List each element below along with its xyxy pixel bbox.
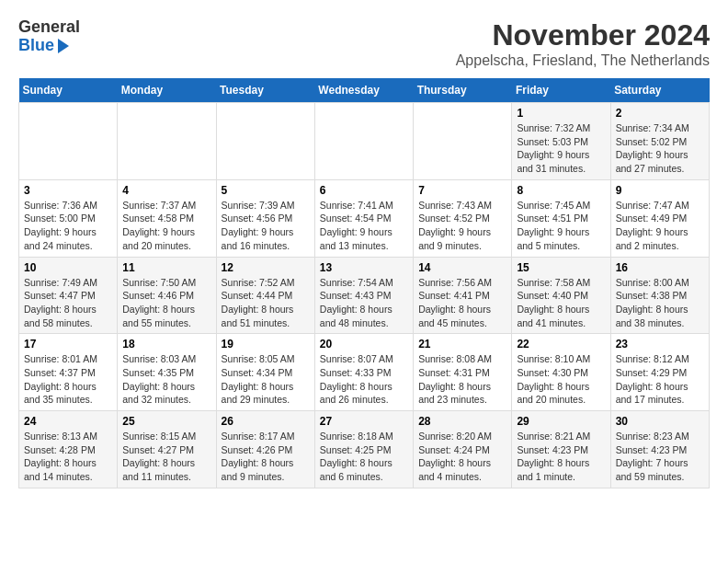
calendar-cell: 15Sunrise: 7:58 AM Sunset: 4:40 PM Dayli… xyxy=(512,257,610,334)
day-info: Sunrise: 7:50 AM Sunset: 4:46 PM Dayligh… xyxy=(122,276,210,330)
calendar-cell: 14Sunrise: 7:56 AM Sunset: 4:41 PM Dayli… xyxy=(414,257,512,334)
day-info: Sunrise: 8:17 AM Sunset: 4:26 PM Dayligh… xyxy=(222,430,310,484)
calendar-header: SundayMondayTuesdayWednesdayThursdayFrid… xyxy=(19,78,710,103)
weekday-header-monday: Monday xyxy=(118,78,216,103)
calendar-week-5: 24Sunrise: 8:13 AM Sunset: 4:28 PM Dayli… xyxy=(19,411,710,488)
calendar-cell: 17Sunrise: 8:01 AM Sunset: 4:37 PM Dayli… xyxy=(19,334,118,411)
calendar-week-3: 10Sunrise: 7:49 AM Sunset: 4:47 PM Dayli… xyxy=(19,257,710,334)
calendar-cell xyxy=(19,103,118,180)
day-number: 17 xyxy=(24,338,112,350)
day-info: Sunrise: 8:01 AM Sunset: 4:37 PM Dayligh… xyxy=(24,352,112,407)
calendar-cell: 11Sunrise: 7:50 AM Sunset: 4:46 PM Dayli… xyxy=(118,257,216,334)
calendar-table: SundayMondayTuesdayWednesdayThursdayFrid… xyxy=(18,78,710,488)
calendar-week-4: 17Sunrise: 8:01 AM Sunset: 4:37 PM Dayli… xyxy=(19,334,710,411)
calendar-cell: 28Sunrise: 8:20 AM Sunset: 4:24 PM Dayli… xyxy=(414,411,512,488)
calendar-cell: 27Sunrise: 8:18 AM Sunset: 4:25 PM Dayli… xyxy=(314,411,413,488)
day-info: Sunrise: 7:39 AM Sunset: 4:56 PM Dayligh… xyxy=(222,199,310,253)
location-text: Appelscha, Friesland, The Netherlands xyxy=(456,52,710,69)
day-number: 5 xyxy=(222,184,310,197)
day-number: 26 xyxy=(222,415,310,428)
day-number: 28 xyxy=(418,415,506,428)
day-info: Sunrise: 7:43 AM Sunset: 4:52 PM Dayligh… xyxy=(418,199,506,253)
day-number: 22 xyxy=(517,338,605,350)
calendar-week-2: 3Sunrise: 7:36 AM Sunset: 5:00 PM Daylig… xyxy=(19,179,710,257)
calendar-cell: 7Sunrise: 7:43 AM Sunset: 4:52 PM Daylig… xyxy=(414,179,512,257)
day-info: Sunrise: 8:05 AM Sunset: 4:34 PM Dayligh… xyxy=(222,352,310,407)
calendar-cell: 25Sunrise: 8:15 AM Sunset: 4:27 PM Dayli… xyxy=(118,411,216,488)
calendar-cell: 20Sunrise: 8:07 AM Sunset: 4:33 PM Dayli… xyxy=(314,334,413,411)
day-info: Sunrise: 7:32 AM Sunset: 5:03 PM Dayligh… xyxy=(517,121,605,176)
day-number: 2 xyxy=(616,107,704,120)
day-number: 12 xyxy=(222,261,310,274)
day-info: Sunrise: 8:23 AM Sunset: 4:23 PM Dayligh… xyxy=(616,430,704,484)
calendar-cell: 19Sunrise: 8:05 AM Sunset: 4:34 PM Dayli… xyxy=(216,334,314,411)
calendar-cell: 18Sunrise: 8:03 AM Sunset: 4:35 PM Dayli… xyxy=(118,334,216,411)
calendar-cell: 24Sunrise: 8:13 AM Sunset: 4:28 PM Dayli… xyxy=(19,411,118,488)
day-number: 19 xyxy=(222,338,310,350)
day-number: 6 xyxy=(320,184,408,197)
calendar-cell xyxy=(216,103,314,180)
day-info: Sunrise: 8:12 AM Sunset: 4:29 PM Dayligh… xyxy=(616,352,704,407)
day-info: Sunrise: 7:52 AM Sunset: 4:44 PM Dayligh… xyxy=(222,276,310,330)
day-number: 4 xyxy=(122,184,210,197)
title-area: November 2024 Appelscha, Friesland, The … xyxy=(456,18,710,69)
month-title: November 2024 xyxy=(456,18,710,52)
day-number: 1 xyxy=(517,107,605,120)
day-number: 21 xyxy=(418,338,506,350)
page-header: General Blue November 2024 Appelscha, Fr… xyxy=(18,18,710,69)
day-info: Sunrise: 7:45 AM Sunset: 4:51 PM Dayligh… xyxy=(517,199,605,253)
day-number: 7 xyxy=(418,184,506,197)
day-info: Sunrise: 8:18 AM Sunset: 4:25 PM Dayligh… xyxy=(320,430,408,484)
calendar-cell: 6Sunrise: 7:41 AM Sunset: 4:54 PM Daylig… xyxy=(314,179,413,257)
logo-general-text: General xyxy=(18,18,80,37)
calendar-cell: 8Sunrise: 7:45 AM Sunset: 4:51 PM Daylig… xyxy=(512,179,610,257)
calendar-cell: 26Sunrise: 8:17 AM Sunset: 4:26 PM Dayli… xyxy=(216,411,314,488)
day-info: Sunrise: 7:58 AM Sunset: 4:40 PM Dayligh… xyxy=(517,276,605,330)
day-number: 27 xyxy=(320,415,408,428)
day-info: Sunrise: 8:08 AM Sunset: 4:31 PM Dayligh… xyxy=(418,352,506,407)
day-info: Sunrise: 7:56 AM Sunset: 4:41 PM Dayligh… xyxy=(418,276,506,330)
calendar-week-1: 1Sunrise: 7:32 AM Sunset: 5:03 PM Daylig… xyxy=(19,103,710,180)
calendar-cell: 4Sunrise: 7:37 AM Sunset: 4:58 PM Daylig… xyxy=(118,179,216,257)
calendar-cell: 12Sunrise: 7:52 AM Sunset: 4:44 PM Dayli… xyxy=(216,257,314,334)
calendar-cell xyxy=(314,103,413,180)
calendar-body: 1Sunrise: 7:32 AM Sunset: 5:03 PM Daylig… xyxy=(19,103,710,488)
calendar-cell: 10Sunrise: 7:49 AM Sunset: 4:47 PM Dayli… xyxy=(19,257,118,334)
day-number: 10 xyxy=(24,261,112,274)
calendar-cell: 23Sunrise: 8:12 AM Sunset: 4:29 PM Dayli… xyxy=(610,334,709,411)
calendar-cell xyxy=(414,103,512,180)
day-info: Sunrise: 8:10 AM Sunset: 4:30 PM Dayligh… xyxy=(517,352,605,407)
calendar-cell xyxy=(118,103,216,180)
calendar-cell: 3Sunrise: 7:36 AM Sunset: 5:00 PM Daylig… xyxy=(19,179,118,257)
weekday-row: SundayMondayTuesdayWednesdayThursdayFrid… xyxy=(19,78,710,103)
day-number: 24 xyxy=(24,415,112,428)
day-info: Sunrise: 7:47 AM Sunset: 4:49 PM Dayligh… xyxy=(616,199,704,253)
day-info: Sunrise: 8:00 AM Sunset: 4:38 PM Dayligh… xyxy=(616,276,704,330)
calendar-cell: 21Sunrise: 8:08 AM Sunset: 4:31 PM Dayli… xyxy=(414,334,512,411)
day-number: 25 xyxy=(122,415,210,428)
day-number: 9 xyxy=(616,184,704,197)
logo-blue-text: Blue xyxy=(18,37,80,55)
day-number: 14 xyxy=(418,261,506,274)
weekday-header-wednesday: Wednesday xyxy=(314,78,413,103)
calendar-cell: 22Sunrise: 8:10 AM Sunset: 4:30 PM Dayli… xyxy=(512,334,610,411)
day-number: 30 xyxy=(616,415,704,428)
logo: General Blue xyxy=(18,18,80,55)
day-info: Sunrise: 8:07 AM Sunset: 4:33 PM Dayligh… xyxy=(320,352,408,407)
calendar-cell: 30Sunrise: 8:23 AM Sunset: 4:23 PM Dayli… xyxy=(610,411,709,488)
day-number: 15 xyxy=(517,261,605,274)
day-number: 18 xyxy=(122,338,210,350)
logo-arrow-icon xyxy=(58,39,69,53)
calendar-cell: 1Sunrise: 7:32 AM Sunset: 5:03 PM Daylig… xyxy=(512,103,610,180)
day-info: Sunrise: 7:34 AM Sunset: 5:02 PM Dayligh… xyxy=(616,121,704,176)
day-info: Sunrise: 8:21 AM Sunset: 4:23 PM Dayligh… xyxy=(517,430,605,484)
day-info: Sunrise: 7:49 AM Sunset: 4:47 PM Dayligh… xyxy=(24,276,112,330)
day-info: Sunrise: 7:37 AM Sunset: 4:58 PM Dayligh… xyxy=(122,199,210,253)
calendar-cell: 9Sunrise: 7:47 AM Sunset: 4:49 PM Daylig… xyxy=(610,179,709,257)
weekday-header-friday: Friday xyxy=(512,78,610,103)
day-info: Sunrise: 7:36 AM Sunset: 5:00 PM Dayligh… xyxy=(24,199,112,253)
day-info: Sunrise: 8:03 AM Sunset: 4:35 PM Dayligh… xyxy=(122,352,210,407)
calendar-cell: 5Sunrise: 7:39 AM Sunset: 4:56 PM Daylig… xyxy=(216,179,314,257)
day-info: Sunrise: 8:20 AM Sunset: 4:24 PM Dayligh… xyxy=(418,430,506,484)
weekday-header-tuesday: Tuesday xyxy=(216,78,314,103)
